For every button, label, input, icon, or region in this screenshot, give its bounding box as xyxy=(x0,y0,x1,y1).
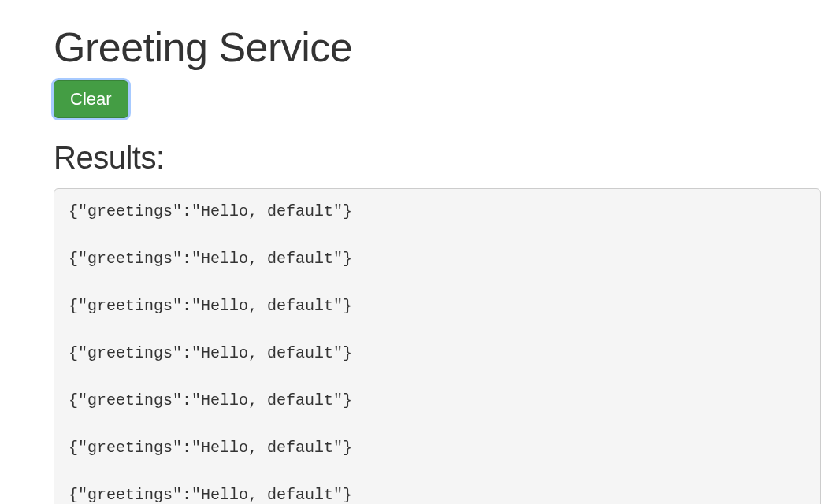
result-line: {"greetings":"Hello, default"} xyxy=(69,436,806,460)
result-line: {"greetings":"Hello, default"} xyxy=(69,484,806,504)
page-title: Greeting Service xyxy=(54,24,821,71)
result-line: {"greetings":"Hello, default"} xyxy=(69,389,806,413)
result-line: {"greetings":"Hello, default"} xyxy=(69,295,806,318)
result-line: {"greetings":"Hello, default"} xyxy=(69,342,806,365)
results-heading: Results: xyxy=(54,140,821,176)
clear-button[interactable]: Clear xyxy=(54,80,128,118)
result-line: {"greetings":"Hello, default"} xyxy=(69,200,806,224)
result-line: {"greetings":"Hello, default"} xyxy=(69,247,806,271)
results-panel: {"greetings":"Hello, default"} {"greetin… xyxy=(54,188,821,504)
